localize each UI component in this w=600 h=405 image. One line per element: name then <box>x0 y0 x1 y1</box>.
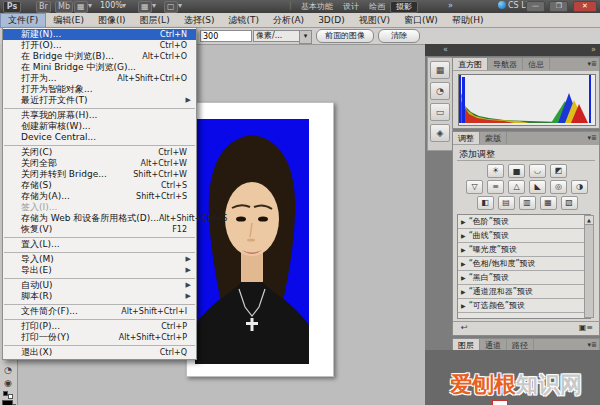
screen-mode-arrow-icon[interactable]: ▾ <box>178 1 182 11</box>
preset-item[interactable]: ▶“曲线”预设 <box>458 229 590 243</box>
scroll-up-icon[interactable]: ▲ <box>585 216 593 225</box>
adjustment-icon[interactable]: ☀ <box>487 164 504 178</box>
panel-menu-icon[interactable]: ▾≣ <box>588 132 597 145</box>
preset-item[interactable]: ▶“曝光度”预设 <box>458 243 590 257</box>
resolution-input[interactable] <box>200 30 252 42</box>
view-extras-arrow-icon[interactable]: ▾ <box>152 1 156 11</box>
file-menu-item[interactable]: 恢复(V) F12 <box>3 224 196 235</box>
file-menu-item[interactable]: 打开为... Alt+Shift+Ctrl+O <box>3 73 196 84</box>
dodge-tool[interactable]: ◔ <box>0 364 16 376</box>
file-menu-item[interactable]: 新建(N)... Ctrl+N <box>3 29 196 40</box>
workspace-button[interactable]: 设计 <box>338 2 364 12</box>
adjustment-icon[interactable]: ◎ <box>550 180 567 194</box>
expand-triangle-icon[interactable]: ▶ <box>461 243 466 256</box>
file-menu-item[interactable]: 共享我的屏幕(H)... <box>3 110 196 121</box>
adjustment-icon[interactable]: ◣ <box>529 180 546 194</box>
adjustment-icon[interactable]: ▥ <box>519 196 536 210</box>
adjustment-icon[interactable]: ▤ <box>498 196 515 210</box>
preset-item[interactable]: ▶“色阶”预设 <box>458 215 590 229</box>
collapsed-panel-icon[interactable]: ▭ <box>430 103 450 121</box>
adjustment-icon[interactable]: ◧ <box>477 196 494 210</box>
menu-bar-item[interactable]: 帮助(H) <box>445 13 491 26</box>
swap-colors-icon[interactable] <box>8 394 13 399</box>
file-menu-item[interactable]: 签入(I)... <box>3 202 196 213</box>
screen-mode-icon[interactable]: ▢ <box>164 1 178 13</box>
expand-triangle-icon[interactable]: ▶ <box>461 215 466 228</box>
file-menu-item[interactable]: 打开(O)... Ctrl+O <box>3 40 196 51</box>
workspace-button[interactable]: 摄影 <box>390 1 418 13</box>
file-menu-item[interactable]: 关闭全部 Alt+Ctrl+W <box>3 158 196 169</box>
file-menu-item[interactable]: 存储(S) Ctrl+S <box>3 180 196 191</box>
adjustment-icon[interactable]: ▦ <box>540 196 557 210</box>
resolution-unit-select[interactable]: 像素/... <box>253 30 303 42</box>
menu-bar-item[interactable]: 视图(V) <box>352 13 397 26</box>
panel-tab[interactable]: 蒙版 <box>480 132 507 144</box>
file-menu-item[interactable]: 退出(X) Ctrl+Q <box>3 347 196 358</box>
file-menu-item[interactable]: Device Central... <box>3 132 196 143</box>
minimize-button[interactable]: — <box>526 1 545 12</box>
file-menu-item[interactable]: 关闭并转到 Bridge... Shift+Ctrl+W <box>3 169 196 180</box>
document-canvas[interactable] <box>195 119 309 364</box>
zoom-tool[interactable]: ◉ <box>0 377 16 389</box>
menu-bar-item[interactable]: 图像(I) <box>91 13 133 26</box>
file-menu-item[interactable]: 打印(P)... Ctrl+P <box>3 321 196 332</box>
view-extras-icon[interactable]: ▦ <box>138 1 152 13</box>
menu-bar-item[interactable]: 文件(F) <box>0 13 46 28</box>
front-image-button[interactable]: 前面的图像 <box>316 29 374 43</box>
expand-triangle-icon[interactable]: ▶ <box>461 285 466 298</box>
file-menu-item[interactable]: 自动(U) ▶ <box>3 280 196 291</box>
file-menu-item[interactable]: 最近打开文件(T) ▶ <box>3 95 196 106</box>
file-menu-item[interactable]: 存储为 Web 和设备所用格式(D)... Alt+Shift+Ctrl+S <box>3 213 196 224</box>
file-menu-item[interactable]: 脚本(R) ▶ <box>3 291 196 302</box>
file-menu-item[interactable]: 导入(M) ▶ <box>3 254 196 265</box>
menu-bar-item[interactable]: 选择(S) <box>177 13 222 26</box>
menu-bar-item[interactable]: 滤镜(T) <box>221 13 266 26</box>
preset-item[interactable]: ▶“黑白”预设 <box>458 271 590 285</box>
collapse-dock-icon[interactable]: « <box>443 44 448 56</box>
restore-button[interactable]: ❐ <box>549 1 568 12</box>
expand-triangle-icon[interactable]: ▶ <box>461 299 466 312</box>
collapsed-panel-icon[interactable]: ◔ <box>430 82 450 100</box>
foreground-color-swatch[interactable] <box>2 400 13 405</box>
adjustment-icon[interactable]: ◩ <box>550 164 567 178</box>
expand-triangle-icon[interactable]: ▶ <box>461 271 466 284</box>
zoom-dropdown-arrow-icon[interactable]: ▾ <box>122 1 126 11</box>
file-menu-item[interactable]: 打开为智能对象... <box>3 84 196 95</box>
adjustment-icon[interactable]: △ <box>508 180 525 194</box>
menu-bar-item[interactable]: 窗口(W) <box>397 13 445 26</box>
adjustment-icon[interactable]: ≡ <box>487 180 504 194</box>
file-menu-item[interactable]: 打印一份(Y) Alt+Shift+Ctrl+P <box>3 332 196 343</box>
workspace-button[interactable]: 基本功能 <box>296 2 338 12</box>
menu-bar-item[interactable]: 图层(L) <box>133 13 177 26</box>
zoom-level[interactable]: 100% <box>100 1 123 11</box>
menu-bar-item[interactable]: 3D(D) <box>311 13 352 26</box>
arrange-documents-icon[interactable]: ▦ <box>74 1 88 13</box>
workspace-more-button[interactable]: » <box>448 1 453 11</box>
panel-tab[interactable]: 导航器 <box>488 58 523 70</box>
file-menu-item[interactable]: 创建新审核(W)... <box>3 121 196 132</box>
preset-item[interactable]: ▶“色相/饱和度”预设 <box>458 257 590 271</box>
menu-bar-item[interactable]: 分析(A) <box>266 13 311 26</box>
file-menu-item[interactable]: 关闭(C) Ctrl+W <box>3 147 196 158</box>
expand-triangle-icon[interactable]: ▶ <box>461 257 466 270</box>
clear-button[interactable]: 清除 <box>378 29 420 43</box>
adjustment-icon[interactable]: ◑ <box>571 180 588 194</box>
unit-dropdown-arrow-icon[interactable]: ▾ <box>299 30 312 44</box>
adjustment-icon[interactable]: ◡ <box>529 164 546 178</box>
menu-bar-item[interactable]: 编辑(E) <box>46 13 91 26</box>
file-menu-item[interactable]: 在 Mini Bridge 中浏览(G)... <box>3 62 196 73</box>
arrange-dropdown-arrow-icon[interactable]: ▾ <box>88 1 92 11</box>
preset-item[interactable]: ▶“可选颜色”预设 <box>458 299 590 313</box>
panel-menu-icon[interactable]: ▾≣ <box>588 58 597 71</box>
expand-dock-icon[interactable]: » <box>591 44 596 56</box>
adjustment-icon[interactable]: ▽ <box>466 180 483 194</box>
file-menu-item[interactable]: 导出(E) ▶ <box>3 265 196 276</box>
mini-bridge-icon[interactable]: Mb <box>55 1 73 13</box>
file-menu-item[interactable]: 文件简介(F)... Alt+Shift+Ctrl+I <box>3 306 196 317</box>
panel-tab[interactable]: 调整 <box>453 132 480 144</box>
adjustment-icon[interactable]: ▧ <box>561 196 578 210</box>
expanded-view-icon[interactable]: ▣≡ <box>579 323 593 332</box>
panel-tab[interactable]: 信息 <box>523 58 550 70</box>
adjustment-icon[interactable]: ▅ <box>508 164 525 178</box>
collapsed-panel-icon[interactable]: ▦ <box>430 61 450 79</box>
